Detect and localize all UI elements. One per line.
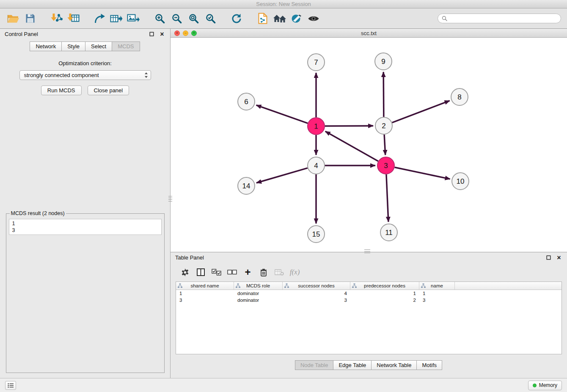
main-toolbar	[0, 8, 567, 29]
graph-edge-1-2[interactable]	[325, 126, 373, 126]
network-canvas[interactable]: 7968124314101511	[171, 38, 567, 252]
graph-node-15[interactable]: 15	[308, 226, 325, 243]
mcds-result-list: 13	[9, 219, 162, 235]
table-panel: Table Panel ×	[171, 252, 567, 378]
column-header-mcds-role[interactable]: MCDS role	[234, 282, 283, 290]
import-network-button[interactable]	[49, 11, 63, 26]
control-panel-tabs: NetworkStyleSelectMCDS	[0, 41, 170, 51]
table-tab-edge-table[interactable]: Edge Table	[333, 360, 372, 370]
mcds-result-group-title: MCDS result (2 nodes)	[10, 210, 66, 216]
status-bar: Memory	[0, 378, 567, 392]
table-cell: 4	[283, 291, 350, 296]
column-header-label: predecessor nodes	[364, 283, 405, 288]
control-panel-tab-style[interactable]: Style	[61, 41, 85, 51]
graph-edge-3-10[interactable]	[395, 167, 450, 179]
open-session-button[interactable]	[6, 11, 20, 26]
table-cell: 2	[350, 298, 419, 303]
graph-node-11[interactable]: 11	[380, 224, 397, 241]
table-tab-motifs[interactable]: Motifs	[416, 360, 442, 370]
graph-edge-1-6[interactable]	[256, 105, 308, 123]
control-panel-title: Control Panel	[5, 31, 38, 37]
float-window-icon	[546, 255, 551, 260]
column-header-shared-name[interactable]: shared name	[176, 282, 234, 290]
eye-icon	[308, 15, 319, 22]
apply-style-button[interactable]	[289, 11, 304, 26]
graph-node-10[interactable]: 10	[452, 173, 469, 190]
graph-node-1[interactable]: 1	[308, 118, 325, 135]
export-table-button[interactable]	[109, 11, 124, 26]
graph-edge-2-8[interactable]	[392, 101, 450, 123]
export-network-button[interactable]	[92, 11, 107, 26]
optimization-criterion-select[interactable]: strongly connected component	[19, 70, 151, 80]
search-input[interactable]	[449, 15, 557, 22]
node-label: 14	[242, 182, 250, 190]
table-tab-node-table[interactable]: Node Table	[295, 360, 334, 370]
first-neighbors-button[interactable]	[272, 11, 287, 26]
zoom-in-button[interactable]	[152, 11, 167, 26]
export-image-button[interactable]	[126, 11, 140, 26]
close-control-panel-button[interactable]: ×	[159, 31, 165, 38]
memory-button[interactable]: Memory	[528, 381, 562, 390]
mcds-result-item[interactable]: 1	[9, 220, 161, 227]
apply-layout-button[interactable]	[229, 11, 244, 26]
table-row[interactable]: 3dominator323	[176, 297, 561, 304]
graph-node-7[interactable]: 7	[308, 54, 325, 71]
table-panel-header: Table Panel ×	[171, 252, 567, 263]
graph-edge-4-14[interactable]	[256, 168, 308, 183]
graph-edge-3-11[interactable]	[386, 174, 388, 222]
memory-label: Memory	[539, 382, 557, 388]
new-network-selection-button[interactable]	[256, 11, 270, 26]
table-cell: 1	[176, 291, 234, 296]
close-panel-button[interactable]: Close panel	[88, 86, 129, 95]
table-row[interactable]: 1dominator411	[176, 290, 561, 297]
zoom-window-button[interactable]: +	[191, 30, 197, 36]
close-table-panel-button[interactable]: ×	[556, 254, 562, 261]
column-header-successor-nodes[interactable]: successor nodes	[283, 282, 350, 290]
graph-edge-3-1[interactable]	[325, 131, 378, 161]
close-window-button[interactable]: ×	[174, 30, 180, 36]
vertical-splitter-handle[interactable]	[168, 196, 172, 202]
control-panel-body: Optimization criterion: strongly connect…	[0, 51, 170, 378]
network-graph[interactable]: 7968124314101511	[171, 38, 567, 252]
graph-node-14[interactable]: 14	[238, 177, 255, 194]
minimize-window-button[interactable]: −	[183, 30, 188, 36]
titlebar: Session: New Session	[0, 0, 567, 8]
table-tab-network-table[interactable]: Network Table	[371, 360, 417, 370]
horizontal-splitter-handle[interactable]	[364, 249, 370, 253]
control-panel-tab-select[interactable]: Select	[85, 41, 112, 51]
graph-node-9[interactable]: 9	[375, 53, 392, 70]
show-columns-button[interactable]	[193, 266, 209, 279]
graph-node-2[interactable]: 2	[375, 117, 392, 134]
delete-table-button[interactable]	[271, 266, 287, 279]
graph-node-3[interactable]: 3	[377, 157, 394, 174]
graph-node-8[interactable]: 8	[451, 88, 468, 105]
houses-icon	[273, 14, 286, 23]
add-column-button[interactable]: +	[240, 266, 256, 279]
node-label: 11	[385, 229, 393, 237]
control-panel: Control Panel × NetworkStyleSelectMCDS O…	[0, 29, 171, 378]
zoom-out-button[interactable]	[169, 11, 184, 26]
graph-edge-2-9[interactable]	[383, 72, 384, 117]
column-header-predecessor-nodes[interactable]: predecessor nodes	[350, 282, 419, 290]
function-builder-button[interactable]: f(x)	[287, 266, 303, 279]
column-header-name[interactable]: name	[419, 282, 455, 290]
save-session-button[interactable]	[23, 11, 37, 26]
zoom-selected-button[interactable]	[203, 11, 217, 26]
graph-node-6[interactable]: 6	[238, 93, 255, 110]
table-settings-button[interactable]	[177, 266, 193, 279]
import-table-button[interactable]	[66, 11, 80, 26]
float-table-panel-button[interactable]	[545, 254, 552, 261]
delete-column-button[interactable]	[256, 266, 271, 279]
control-panel-tab-network[interactable]: Network	[30, 41, 62, 51]
run-mcds-button[interactable]: Run MCDS	[41, 86, 82, 95]
control-panel-tab-mcds[interactable]: MCDS	[112, 41, 140, 51]
console-button[interactable]	[5, 381, 16, 390]
graph-node-4[interactable]: 4	[308, 157, 325, 174]
show-details-button[interactable]	[306, 11, 321, 26]
float-control-panel-button[interactable]	[148, 31, 155, 38]
deselect-all-columns-button[interactable]	[224, 266, 240, 279]
graph-edge-2-3[interactable]	[384, 135, 385, 155]
select-all-columns-button[interactable]	[209, 266, 224, 279]
mcds-result-item[interactable]: 3	[9, 227, 161, 234]
zoom-fit-button[interactable]	[186, 11, 201, 26]
